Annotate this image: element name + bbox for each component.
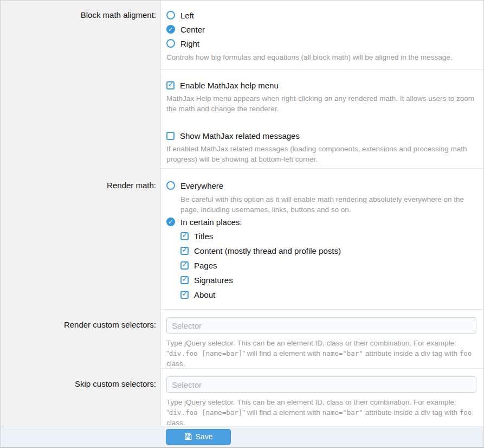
hint-code: foo xyxy=(460,408,472,417)
hint-code: name="bar" xyxy=(322,408,363,417)
radio-alignment-right[interactable]: Right xyxy=(166,36,476,50)
hint-text: " will find a element with xyxy=(242,349,322,357)
checkbox-signatures[interactable]: Signatures xyxy=(180,273,476,287)
option-row-render-custom-selectors: Render custom selectors: Type jQuery sel… xyxy=(1,310,483,369)
hint-code: div.foo [name=bar] xyxy=(169,408,242,417)
hint-text: class. xyxy=(166,360,185,368)
checkbox-titles[interactable]: Titles xyxy=(180,229,476,244)
radio-label: In certain places: xyxy=(180,217,242,227)
save-button-label: Save xyxy=(196,432,213,441)
radio-label: Right xyxy=(180,39,199,48)
skip-selectors-hint: Type jQuery selector. This can be an ele… xyxy=(166,397,476,428)
checkbox-show-messages[interactable]: Show MathJax related messages xyxy=(166,129,476,142)
checkbox-label: Show MathJax related messages xyxy=(180,131,300,140)
alignment-hint: Controls how big formulas and equations … xyxy=(166,52,476,62)
render-math-content: Everywhere Be careful with this option a… xyxy=(161,169,483,310)
radio-alignment-center[interactable]: Center xyxy=(166,22,476,36)
checkbox-label: Enable MathJax help menu xyxy=(180,81,279,90)
checkbox-checked-icon[interactable] xyxy=(180,232,189,240)
hint-code: foo xyxy=(460,349,472,357)
radio-alignment-left[interactable]: Left xyxy=(166,8,476,22)
radio-unselected-icon[interactable] xyxy=(166,11,175,20)
mathjax-options-page: Block math aligment: Left Center Right C… xyxy=(0,0,484,448)
checkbox-unchecked-icon[interactable] xyxy=(166,132,175,140)
messages-hint: If enabled MathJax related messages (loa… xyxy=(166,144,476,164)
checkbox-about[interactable]: About xyxy=(180,287,476,302)
radio-selected-check-icon[interactable] xyxy=(166,25,175,34)
option-row-mathjax-toggles: Enable MathJax help menu MathJax Help me… xyxy=(1,70,483,169)
checkbox-label: Content (mostly thread and profile posts… xyxy=(194,246,341,255)
radio-label: Center xyxy=(180,25,205,34)
checkbox-checked-icon[interactable] xyxy=(166,81,175,89)
checkbox-label: About xyxy=(194,290,215,299)
option-row-render-math: Render math: Everywhere Be careful with … xyxy=(1,169,483,310)
radio-unselected-icon[interactable] xyxy=(166,181,175,190)
floppy-disk-icon xyxy=(184,433,192,440)
option-row-skip-custom-selectors: Skip custom selectors: Type jQuery selec… xyxy=(1,369,483,426)
render-selectors-input[interactable] xyxy=(166,317,476,334)
skip-selectors-content: Type jQuery selector. This can be an ele… xyxy=(161,369,483,426)
checkbox-label: Signatures xyxy=(194,276,233,285)
render-selectors-label: Render custom selectors: xyxy=(1,310,161,369)
checkbox-checked-icon[interactable] xyxy=(180,276,189,284)
help-menu-hint: MathJax Help menu appears when right-cli… xyxy=(166,93,476,114)
hint-code: div.foo [name=bar] xyxy=(169,349,242,357)
hint-code: name="bar" xyxy=(322,349,363,357)
checkbox-checked-icon[interactable] xyxy=(180,291,189,299)
render-selectors-content: Type jQuery selector. This can be an ele… xyxy=(161,310,483,369)
hint-text: " will find a element with xyxy=(242,408,322,417)
everywhere-hint: Be careful with this option as it will e… xyxy=(180,194,476,215)
option-row-block-math-alignment: Block math aligment: Left Center Right C… xyxy=(1,1,483,70)
certain-places-list: Titles Content (mostly thread and profil… xyxy=(180,229,476,302)
skip-selectors-label: Skip custom selectors: xyxy=(1,369,161,426)
radio-render-everywhere[interactable]: Everywhere xyxy=(166,178,476,193)
checkbox-content[interactable]: Content (mostly thread and profile posts… xyxy=(180,244,476,258)
block-math-alignment-label: Block math aligment: xyxy=(1,1,161,70)
checkbox-checked-icon[interactable] xyxy=(180,261,189,270)
radio-label: Everywhere xyxy=(180,181,223,190)
form-footer: Save xyxy=(1,426,483,447)
hint-text: attribute inside a div tag with xyxy=(363,349,460,357)
hint-text: attribute inside a div tag with xyxy=(363,408,460,417)
radio-selected-check-icon[interactable] xyxy=(166,217,175,226)
checkbox-pages[interactable]: Pages xyxy=(180,258,476,273)
checkbox-label: Titles xyxy=(194,232,213,241)
skip-selectors-input[interactable] xyxy=(166,376,476,393)
radio-label: Left xyxy=(180,11,194,20)
checkbox-enable-help-menu[interactable]: Enable MathJax help menu xyxy=(166,79,476,92)
options-form: Block math aligment: Left Center Right C… xyxy=(1,1,483,426)
render-math-label: Render math: xyxy=(1,169,161,310)
radio-unselected-icon[interactable] xyxy=(166,39,175,48)
radio-render-certain-places[interactable]: In certain places: xyxy=(166,215,476,229)
render-selectors-hint: Type jQuery selector. This can be an ele… xyxy=(166,338,476,369)
empty-label-cell xyxy=(1,70,161,169)
checkbox-label: Pages xyxy=(194,261,217,270)
checkbox-checked-icon[interactable] xyxy=(180,247,189,255)
block-math-alignment-content: Left Center Right Controls how big formu… xyxy=(161,1,483,70)
mathjax-toggles-content: Enable MathJax help menu MathJax Help me… xyxy=(161,70,483,169)
save-button[interactable]: Save xyxy=(166,429,231,445)
